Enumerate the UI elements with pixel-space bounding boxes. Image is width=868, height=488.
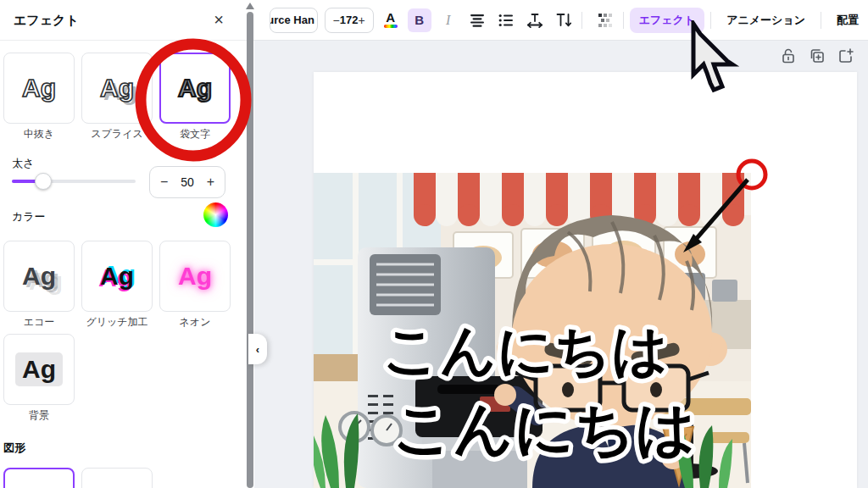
effect-preview: Ag <box>100 74 134 103</box>
rainbow-bar-icon <box>384 25 398 28</box>
text-color-button[interactable]: A <box>379 8 403 32</box>
effect-preview: Ag <box>22 74 56 103</box>
effect-preview: Ag <box>178 74 212 103</box>
shape-card-curve[interactable] <box>81 468 153 488</box>
canva-editor: Source Han S... − 172 + A B I <box>0 0 868 488</box>
thickness-slider-thumb[interactable] <box>35 173 52 190</box>
color-wheel-button[interactable] <box>203 202 228 227</box>
font-family-button[interactable]: Source Han S... <box>270 8 318 33</box>
effect-preview: Ag <box>178 262 212 291</box>
effect-label: 背景 <box>3 408 75 423</box>
shape-section-label: 図形 <box>3 441 25 456</box>
animation-button[interactable]: アニメーション <box>717 8 815 33</box>
effect-card-background[interactable]: Ag <box>3 334 75 405</box>
thickness-value[interactable]: 50 <box>181 175 194 189</box>
color-label: カラー <box>12 209 46 225</box>
align-center-icon <box>470 14 485 27</box>
effect-card-echo[interactable]: Ag <box>3 241 75 312</box>
effects-panel-header: エフェクト × <box>0 0 254 41</box>
effect-label: エコー <box>3 315 75 330</box>
scrollbar-thumb[interactable] <box>247 12 253 488</box>
thickness-stepper: − 50 + <box>149 166 225 198</box>
vertical-text-button[interactable] <box>552 8 576 32</box>
effect-label: グリッチ加工 <box>81 315 153 330</box>
letter-spacing-button[interactable] <box>523 8 547 32</box>
toolbar-divider <box>623 12 624 29</box>
font-size-decrease-button[interactable]: − <box>333 14 340 27</box>
panel-scrollbar[interactable] <box>246 0 254 488</box>
font-size-stepper: − 172 + <box>325 8 374 33</box>
effect-preview: Ag <box>22 262 56 291</box>
text-color-glyph: A <box>386 12 395 24</box>
bold-button[interactable]: B <box>408 8 431 32</box>
effects-button[interactable]: エフェクト <box>630 8 705 33</box>
cafe-photo[interactable] <box>314 173 751 488</box>
effect-preview: Ag <box>15 352 63 386</box>
letter-spacing-icon <box>526 13 543 28</box>
effect-label: 中抜き <box>3 127 75 141</box>
canvas-page[interactable]: こんにちは こんにちは <box>314 72 857 488</box>
effect-label: スプライス <box>81 127 153 141</box>
effects-panel: エフェクト × Ag Ag Ag 中抜き スプライス 袋文字 太さ − 50 +… <box>0 0 254 488</box>
effect-card-fukuromoji-selected[interactable]: Ag <box>159 53 231 124</box>
thickness-decrease-button[interactable]: − <box>160 175 168 190</box>
lock-icon[interactable] <box>780 47 797 64</box>
toolbar-divider <box>821 12 821 29</box>
thickness-increase-button[interactable]: + <box>207 175 214 190</box>
toolbar-divider <box>710 12 711 29</box>
position-button[interactable]: 配置 <box>827 8 868 33</box>
font-size-increase-button[interactable]: + <box>358 14 364 27</box>
transparency-button[interactable] <box>593 8 617 32</box>
list-button[interactable] <box>494 8 518 32</box>
panel-collapse-button[interactable]: ‹ <box>248 334 267 364</box>
effect-card-glitch[interactable]: Ag <box>81 241 153 312</box>
scroll-up-arrow-icon[interactable] <box>246 3 254 9</box>
close-icon[interactable]: × <box>214 9 224 30</box>
toolbar-divider <box>581 12 582 29</box>
add-page-icon[interactable] <box>837 47 854 64</box>
effect-card-nakanuki[interactable]: Ag <box>3 53 75 124</box>
thickness-slider[interactable] <box>12 180 136 183</box>
effect-label: 袋文字 <box>159 127 231 141</box>
bulleted-list-icon <box>498 14 514 27</box>
effect-card-neon[interactable]: Ag <box>159 241 231 312</box>
duplicate-page-icon[interactable] <box>809 47 826 64</box>
font-size-value[interactable]: 172 <box>340 14 359 26</box>
vertical-text-icon <box>555 13 572 28</box>
transparency-checker-icon <box>598 13 613 28</box>
italic-button[interactable]: I <box>437 8 460 32</box>
effect-preview: Ag <box>100 262 134 291</box>
effect-label: ネオン <box>159 315 231 330</box>
page-controls <box>780 47 865 64</box>
panel-title: エフェクト <box>14 13 79 29</box>
effect-card-splice[interactable]: Ag <box>81 53 153 124</box>
text-toolbar: Source Han S... − 172 + A B I <box>254 0 868 41</box>
thickness-label: 太さ <box>12 156 34 171</box>
text-align-button[interactable] <box>465 8 489 32</box>
shape-card-none-selected[interactable] <box>3 468 75 488</box>
